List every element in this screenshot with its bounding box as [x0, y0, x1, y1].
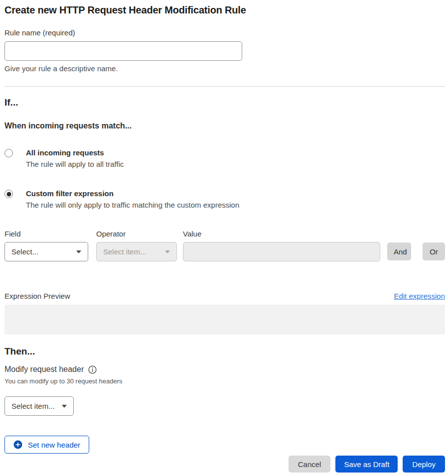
radio-option-custom-filter[interactable]: Custom filter expression The rule will o… — [4, 189, 445, 209]
operator-label: Operator — [96, 230, 177, 238]
value-input[interactable] — [183, 242, 380, 261]
radio-custom-filter-description: The rule will only apply to traffic matc… — [26, 201, 239, 209]
info-icon[interactable] — [88, 365, 97, 374]
field-select-value: Select... — [11, 247, 38, 256]
value-label: Value — [183, 230, 380, 238]
radio-all-incoming-label: All incoming requests — [26, 148, 124, 157]
expression-preview-box — [4, 305, 445, 335]
page-title: Create new HTTP Request Header Modificat… — [4, 4, 445, 16]
rule-name-help: Give your rule a descriptive name. — [4, 64, 445, 73]
modify-header-label: Modify request header — [4, 365, 84, 374]
field-label: Field — [4, 230, 88, 238]
chevron-down-icon — [62, 405, 67, 408]
chevron-down-icon — [76, 250, 81, 253]
radio-all-incoming[interactable] — [4, 149, 13, 157]
plus-circle-icon — [13, 440, 22, 449]
save-as-draft-button[interactable]: Save as Draft — [335, 456, 398, 473]
edit-expression-link[interactable]: Edit expression — [394, 292, 445, 300]
create-rule-form: Create new HTTP Request Header Modificat… — [4, 0, 445, 473]
set-new-header-label: Set new header — [28, 441, 80, 449]
match-subheading: When incoming requests match... — [4, 121, 445, 130]
radio-option-all-incoming[interactable]: All incoming requests The rule will appl… — [4, 148, 445, 168]
section-divider — [4, 86, 445, 87]
and-button[interactable]: And — [387, 242, 411, 260]
modify-header-help: You can modify up to 30 request headers — [4, 377, 445, 385]
chevron-down-icon — [165, 250, 170, 253]
field-select[interactable]: Select... — [4, 242, 88, 261]
operator-select[interactable]: Select item... — [96, 242, 177, 261]
set-new-header-button[interactable]: Set new header — [4, 436, 89, 454]
expression-preview-label: Expression Preview — [4, 292, 70, 300]
footer-actions: Cancel Save as Draft Deploy — [4, 456, 445, 473]
radio-custom-filter[interactable] — [4, 190, 13, 198]
header-item-select-value: Select item... — [11, 402, 55, 410]
rule-name-label: Rule name (required) — [4, 28, 445, 37]
deploy-button[interactable]: Deploy — [403, 456, 445, 473]
expression-builder-row: Field Select... Operator Select item... … — [4, 230, 445, 261]
operator-select-value: Select item... — [103, 247, 147, 256]
header-item-select[interactable]: Select item... — [4, 396, 74, 416]
cancel-button[interactable]: Cancel — [289, 456, 331, 473]
radio-all-incoming-description: The rule will apply to all traffic — [26, 160, 124, 168]
then-heading: Then... — [4, 346, 445, 357]
connector-buttons: And Or — [387, 242, 445, 260]
if-heading: If... — [4, 97, 445, 108]
or-button[interactable]: Or — [423, 242, 445, 260]
radio-custom-filter-label: Custom filter expression — [26, 189, 239, 198]
rule-name-input[interactable] — [4, 41, 242, 61]
